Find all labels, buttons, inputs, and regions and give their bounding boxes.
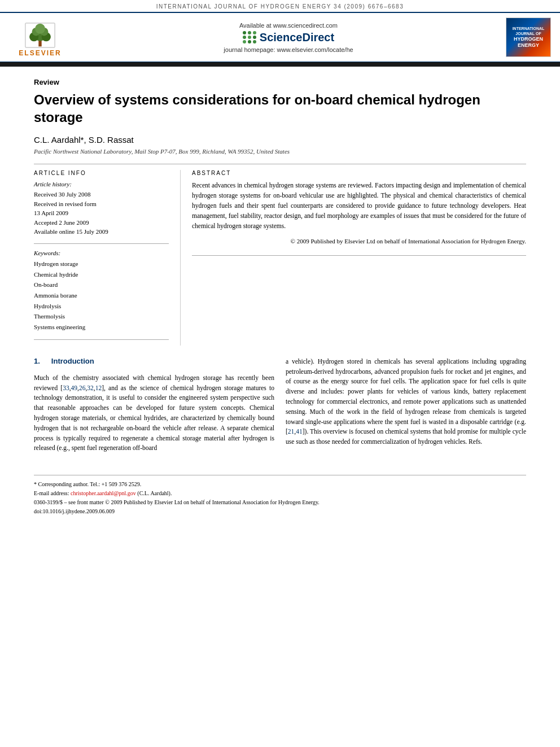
body-right-column: a vehicle). Hydrogen stored in chemicals… xyxy=(286,357,526,458)
email-link[interactable]: christopher.aardahl@pnl.gov xyxy=(71,490,136,496)
banner-center: Available at www.sciencedirect.com xyxy=(77,22,500,53)
sd-dot xyxy=(243,40,246,43)
divider-bottom-left xyxy=(34,339,169,340)
copyright-text: © 2009 Published by Elsevier Ltd on beha… xyxy=(192,237,526,246)
journal-header: INTERNATIONAL JOURNAL OF HYDROGEN ENERGY… xyxy=(0,0,560,12)
affiliation: Pacific Northwest National Laboratory, M… xyxy=(34,148,526,155)
authors-text: C.L. Aardahl*, S.D. Rassat xyxy=(34,135,134,145)
elsevier-tree-icon xyxy=(23,23,57,48)
ref-link-32[interactable]: 32 xyxy=(87,385,94,391)
article-info-label: ARTICLE INFO xyxy=(34,170,169,176)
article-title: Overview of systems considerations for o… xyxy=(34,91,526,126)
svg-point-6 xyxy=(35,24,45,34)
divider-bottom-right xyxy=(192,255,526,256)
history-item-5: Available online 15 July 2009 xyxy=(34,227,169,237)
keyword-6: Thermolysis xyxy=(34,311,169,322)
article-info-abstract-section: ARTICLE INFO Article history: Received 3… xyxy=(34,170,526,345)
email-suffix: (C.L. Aardahl). xyxy=(137,490,172,496)
body-content: 1. Introduction Much of the chemistry as… xyxy=(34,357,526,458)
ref-link-33[interactable]: 33 xyxy=(63,385,69,391)
sd-dot xyxy=(253,31,256,34)
article-info-column: ARTICLE INFO Article history: Received 3… xyxy=(34,170,181,345)
sd-dot xyxy=(248,36,251,39)
sciencedirect-icon xyxy=(243,31,256,43)
history-item-1: Received 30 July 2008 xyxy=(34,190,169,199)
issn-line: 0360-3199/$ – see front matter © 2009 Pu… xyxy=(34,498,526,507)
keyword-7: Systems engineering xyxy=(34,322,169,333)
banner: ELSEVIER Available at www.sciencedirect.… xyxy=(0,12,560,62)
elsevier-text: ELSEVIER xyxy=(19,49,61,57)
email-note: E-mail address: christopher.aardahl@pnl.… xyxy=(34,489,526,498)
sd-dot xyxy=(253,36,256,39)
sd-dot xyxy=(248,31,251,34)
section1-number: 1. xyxy=(34,357,40,365)
sciencedirect-logo: ScienceDirect xyxy=(243,31,334,44)
ref-link-21[interactable]: 21 xyxy=(288,428,295,435)
email-label: E-mail address: xyxy=(34,490,69,496)
keyword-1: Hydrogen storage xyxy=(34,259,169,269)
keyword-5: Hydrolysis xyxy=(34,301,169,312)
body-left-column: 1. Introduction Much of the chemistry as… xyxy=(34,357,274,458)
sd-dot xyxy=(243,31,246,34)
sciencedirect-text: ScienceDirect xyxy=(260,31,334,44)
abstract-column: ABSTRACT Recent advances in chemical hyd… xyxy=(181,170,526,345)
keyword-4: Ammonia borane xyxy=(34,290,169,301)
banner-available-text: Available at www.sciencedirect.com xyxy=(239,22,338,29)
elsevier-logo: ELSEVIER xyxy=(9,18,71,57)
review-label: Review xyxy=(34,78,526,86)
section1-header: 1. Introduction xyxy=(34,357,274,370)
sd-dot xyxy=(243,36,246,39)
journal-cover-line3: HYDROGENENERGY xyxy=(514,36,543,49)
main-content: Review Overview of systems consideration… xyxy=(0,67,560,527)
ref-link-26[interactable]: 26 xyxy=(79,385,86,391)
sd-dot xyxy=(253,40,256,43)
journal-cover-line2: Journal of xyxy=(515,31,541,36)
keywords-label: Keywords: xyxy=(34,250,169,256)
article-history-label: Article history: xyxy=(34,181,169,187)
history-item-4: Accepted 2 June 2009 xyxy=(34,218,169,228)
journal-cover-thumbnail: International Journal of HYDROGENENERGY xyxy=(506,18,551,57)
banner-homepage-text: journal homepage: www.elsevier.com/locat… xyxy=(224,46,353,53)
history-item-2: Received in revised form xyxy=(34,199,169,209)
dark-separator-bar xyxy=(0,62,560,67)
svg-rect-0 xyxy=(38,41,41,47)
keyword-2: Chemical hydride xyxy=(34,269,169,280)
sd-dot xyxy=(248,40,251,43)
doi-line: doi:10.1016/j.ijhydene.2009.06.009 xyxy=(34,507,526,516)
journal-cover-line1: International xyxy=(513,26,545,31)
ref-link-12[interactable]: 12 xyxy=(95,385,102,391)
history-item-3: 13 April 2009 xyxy=(34,208,169,218)
section1-paragraph2: a vehicle). Hydrogen stored in chemicals… xyxy=(286,357,526,447)
corresponding-author-text: * Corresponding author. Tel.: +1 509 376… xyxy=(34,481,141,487)
divider-keywords xyxy=(34,243,169,244)
abstract-text: Recent advances in chemical hydrogen sto… xyxy=(192,181,526,231)
abstract-label: ABSTRACT xyxy=(192,170,526,176)
journal-header-text: INTERNATIONAL JOURNAL OF HYDROGEN ENERGY… xyxy=(156,3,404,10)
ref-link-41[interactable]: 41 xyxy=(296,428,303,435)
keyword-3: On-board xyxy=(34,279,169,290)
ref-link-49[interactable]: 49 xyxy=(71,385,78,391)
corresponding-author-note: * Corresponding author. Tel.: +1 509 376… xyxy=(34,480,526,489)
section1-title: Introduction xyxy=(51,357,94,365)
section1-paragraph1: Much of the chemistry associated with ch… xyxy=(34,373,274,454)
divider-line xyxy=(34,164,526,164)
footer-area: * Corresponding author. Tel.: +1 509 376… xyxy=(34,475,526,516)
authors: C.L. Aardahl*, S.D. Rassat xyxy=(34,135,526,145)
